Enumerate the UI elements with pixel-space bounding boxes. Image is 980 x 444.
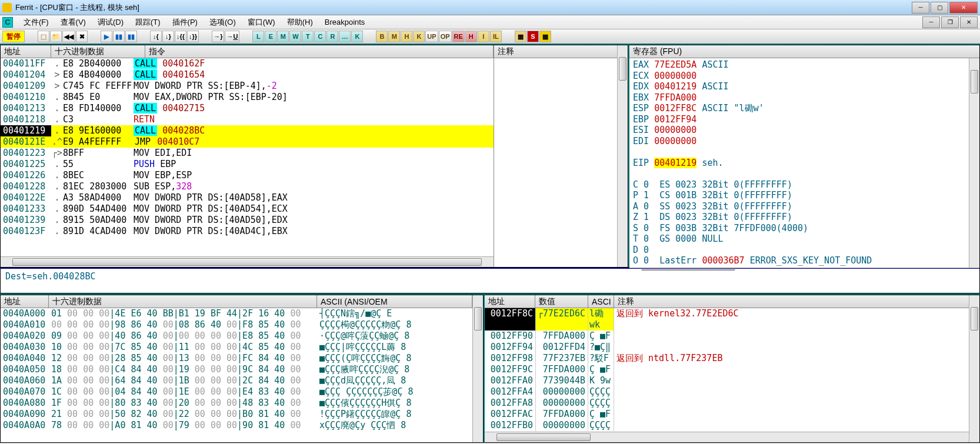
h-button[interactable]: H (401, 31, 412, 42)
disasm-row[interactable]: 00401225.55PUSH EBP (1, 159, 494, 170)
trace-into-button[interactable]: ↓{{ (175, 31, 186, 42)
mdi-close-button[interactable]: ✕ (960, 16, 978, 28)
stack-hscroll[interactable] (485, 432, 969, 442)
disassembly-list[interactable]: 004011FF.E8 2B040000CALL 0040162F0040120… (1, 58, 494, 256)
modules-button[interactable]: E (265, 31, 276, 42)
stack-row[interactable]: 0012FFB000000000ÇÇÇÇ (485, 420, 969, 431)
pause-button[interactable]: 暂停 (2, 31, 25, 42)
stack-row[interactable]: 0012FF940012FFD4?■Ç‖ (485, 342, 969, 353)
dump-row[interactable]: 0040A01000 00 00 00|98 86 40 00|08 86 40… (1, 319, 472, 331)
disasm-row[interactable]: 004011FF.E8 2B040000CALL 0040162F (1, 58, 494, 69)
menu-plugins[interactable]: 插件(P) (166, 16, 204, 29)
disasm-row[interactable]: 00401213.E8 FD140000CALL 00402715 (1, 103, 494, 114)
log-button[interactable]: L (252, 31, 264, 42)
stack-row[interactable]: 0012FF9877F237EB?駁F返回到 ntdll.77F237EB (485, 353, 969, 364)
folder-button[interactable]: 📁 (50, 31, 62, 42)
stack-button[interactable]: K (351, 31, 363, 42)
disasm-row[interactable]: 00401209>C745 FC FEFFFMOV DWORD PTR SS:[… (1, 81, 494, 92)
dump-vscroll[interactable] (472, 295, 483, 442)
dump-col-hex[interactable]: 十六进制数据 (49, 295, 317, 308)
stop-button[interactable]: ✖ (76, 31, 88, 42)
dump-pane[interactable]: 地址 十六进制数据 ASCII (ANSI/OEM 0040A00001 00 … (0, 295, 484, 443)
disasm-row[interactable]: 00401228.81EC 2803000SUB ESP,328 (1, 181, 494, 192)
disasm-row[interactable]: 00401223┌>8BFFMOV EDI,EDI (1, 148, 494, 159)
tool1-button[interactable]: ▦ (515, 31, 526, 42)
rewind-button[interactable]: ◀◀ (62, 31, 75, 42)
menu-options[interactable]: 选项(O) (204, 16, 242, 29)
disasm-row[interactable]: 0040121E.^E9 A4FEFFFFJMP 004010C7 (1, 136, 494, 148)
stack-row[interactable]: 0012FFAC7FFDA000Ç ■F (485, 409, 969, 420)
stack-pane[interactable]: 地址 数值 ASCI 注释 0012FF8C┌77E2ED6Cl磡wk返回到 k… (484, 295, 980, 443)
stack-row[interactable]: 0012FF907FFDA000Ç ■F (485, 331, 969, 342)
menu-trace[interactable]: 跟踪(T) (129, 16, 166, 29)
menu-debug[interactable]: 调试(D) (92, 16, 129, 29)
disasm-row[interactable]: 0040122E.A3 58AD4000MOV DWORD PTR DS:[40… (1, 192, 494, 203)
step-into-button[interactable]: ↓{ (150, 31, 162, 42)
dump-row[interactable]: 0040A0801F 00 00 00|80 83 40 00|20 00 00… (1, 398, 472, 409)
regs-vscroll[interactable] (969, 58, 979, 268)
disasm-hscroll[interactable] (1, 256, 494, 267)
dump-col-addr[interactable]: 地址 (1, 295, 49, 308)
registers-pane[interactable]: 寄存器 (FPU) EAX 77E2ED5A ASCIIECX 00000000… (628, 45, 980, 268)
run-button[interactable]: ▶ (101, 31, 112, 42)
col-instr[interactable]: 指令 (145, 45, 494, 58)
dump-list[interactable]: 0040A00001 00 00 00|4E E6 40 BB|B1 19 BF… (1, 308, 472, 442)
h2-button[interactable]: H (465, 31, 477, 42)
disasm-row[interactable]: 00401226.8BECMOV EBP,ESP (1, 170, 494, 181)
stack-vscroll[interactable] (969, 295, 979, 442)
up-button[interactable]: UP (425, 31, 438, 42)
dump-row[interactable]: 0040A03010 00 00 00|7C 85 40 00|11 00 00… (1, 342, 472, 353)
close-button[interactable]: ✕ (949, 2, 978, 14)
threads-button[interactable]: T (302, 31, 314, 42)
menu-window[interactable]: 窗口(W) (242, 16, 281, 29)
col-hex[interactable]: 十六进制数据 (51, 45, 145, 58)
dump-row[interactable]: 0040A0A078 00 00 00|A0 81 40 00|79 00 00… (1, 420, 472, 431)
refs-button[interactable]: R (326, 31, 338, 42)
trace-over-button[interactable]: ↓}} (187, 31, 199, 42)
menu-help[interactable]: 帮助(H) (281, 16, 319, 29)
regs-hscroll[interactable] (629, 268, 979, 268)
dump-row[interactable]: 0040A05018 00 00 00|C4 84 40 00|19 00 00… (1, 364, 472, 375)
disassembly-pane[interactable]: 地址 十六进制数据 指令 004011FF.E8 2B040000CALL 00… (0, 45, 628, 268)
tool3-button[interactable]: ▦ (539, 31, 551, 42)
stack-col-addr[interactable]: 地址 (485, 295, 535, 308)
b-button[interactable]: B (376, 31, 388, 42)
more-button[interactable]: … (339, 31, 351, 42)
disasm-vscroll[interactable] (617, 45, 628, 267)
minimize-button[interactable]: ─ (912, 2, 929, 14)
disasm-row[interactable]: 00401219.E8 9E160000CALL 004028BC (1, 125, 494, 136)
stack-row[interactable]: 0012FFA400000000ÇÇÇÇ (485, 386, 969, 398)
disasm-row[interactable]: 0040123F.891D 4CAD400MOV DWORD PTR DS:[4… (1, 226, 494, 237)
step-over-button[interactable]: ↓} (162, 31, 174, 42)
dump-col-ascii[interactable]: ASCII (ANSI/OEM (317, 295, 472, 308)
dump-row[interactable]: 0040A00001 00 00 00|4E E6 40 BB|B1 19 BF… (1, 308, 472, 319)
il-button[interactable]: IL (490, 31, 502, 42)
mdi-restore-button[interactable]: ❐ (941, 16, 959, 28)
stack-row[interactable]: 0012FFA800000000ÇÇÇÇ (485, 398, 969, 409)
dump-row[interactable]: 0040A09021 00 00 00|50 82 40 00|22 00 00… (1, 409, 472, 420)
cpu-button[interactable]: C (314, 31, 326, 42)
cpu-icon[interactable]: C (2, 17, 13, 28)
menu-breakpoints[interactable]: Breakpoints (319, 16, 371, 28)
col-addr[interactable]: 地址 (1, 45, 51, 58)
dump-row[interactable]: 0040A04012 00 00 00|28 85 40 00|13 00 00… (1, 353, 472, 364)
col-comment[interactable]: 注释 (494, 45, 617, 58)
stack-row[interactable]: 0012FF8C┌77E2ED6Cl磡wk返回到 kernel32.77E2ED… (485, 308, 969, 331)
stack-col-ascii[interactable]: ASCI (588, 295, 614, 308)
mdi-minimize-button[interactable]: ─ (922, 16, 940, 28)
re-button[interactable]: RE (452, 31, 465, 42)
pause-exec-button[interactable]: ▮▮ (113, 31, 125, 42)
tool2-button[interactable]: S (527, 31, 539, 42)
stack-list[interactable]: 0012FF8C┌77E2ED6Cl磡wk返回到 kernel32.77E2ED… (485, 308, 969, 432)
disasm-row[interactable]: 00401210.8B45 E0MOV EAX,DWORD PTR SS:[EB… (1, 92, 494, 103)
disasm-row[interactable]: 00401204>E8 4B040000CALL 00401654 (1, 69, 494, 81)
registers-list[interactable]: EAX 77E2ED5A ASCIIECX 00000000EDX 004012… (629, 58, 969, 268)
m-button[interactable]: M (388, 31, 400, 42)
dump-row[interactable]: 0040A02009 00 00 00|40 86 40 00|00 00 00… (1, 331, 472, 342)
open-button[interactable]: ⬚ (38, 31, 49, 42)
step-button[interactable]: ▮▮ (125, 31, 137, 42)
til-user-button[interactable]: →U (225, 31, 239, 42)
stack-col-val[interactable]: 数值 (535, 295, 588, 308)
stack-row[interactable]: 0012FF9C7FFDA000Ç ■F (485, 364, 969, 375)
maximize-button[interactable]: ▢ (931, 2, 948, 14)
